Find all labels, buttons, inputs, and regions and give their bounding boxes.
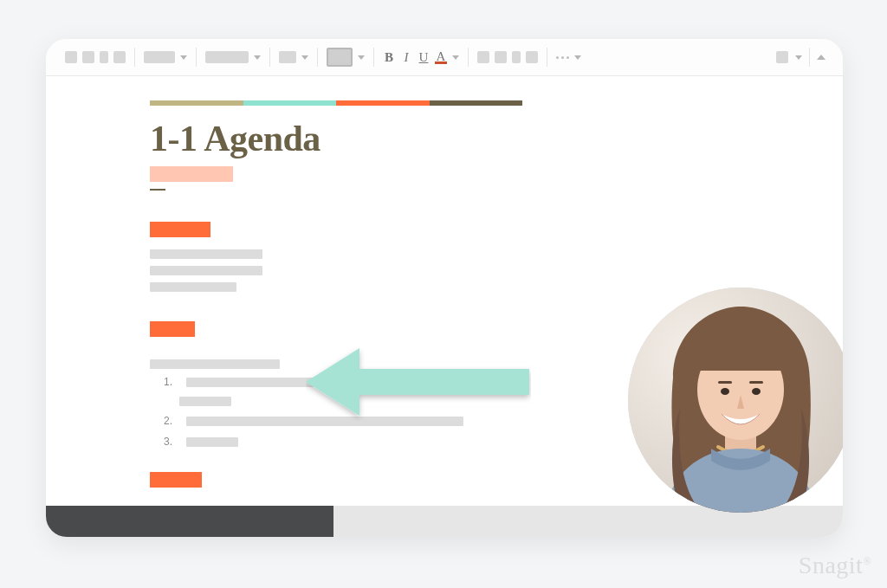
font-dropdown[interactable] [279, 51, 308, 63]
align-button[interactable] [495, 51, 507, 63]
text-placeholder [186, 417, 463, 426]
toolbar-separator [547, 48, 547, 67]
toolbar-group-more [551, 55, 586, 60]
toolbar-separator [373, 48, 374, 67]
toolbar-group-highlight [321, 48, 370, 67]
bold-button[interactable]: B [383, 50, 395, 65]
text-placeholder [150, 249, 262, 259]
list-number: 2. [164, 415, 176, 427]
editor-window: B I U A [46, 39, 843, 537]
footer-band-dark [46, 506, 333, 537]
chevron-down-icon [301, 55, 308, 60]
text-placeholder [186, 378, 420, 387]
toolbar-separator [317, 48, 318, 67]
presenter-avatar [628, 288, 843, 513]
toolbar-separator [809, 48, 810, 67]
toolbar-separator [134, 48, 135, 67]
print-button[interactable] [100, 51, 108, 63]
subtitle-highlight [150, 166, 233, 182]
undo-button[interactable] [65, 51, 77, 63]
zoom-dropdown[interactable] [144, 51, 187, 63]
section-heading-highlight [150, 472, 202, 488]
text-placeholder [186, 437, 238, 447]
svg-point-4 [721, 388, 729, 395]
snagit-watermark: Snagit® [799, 552, 871, 579]
page-title: 1-1 Agenda [150, 118, 843, 159]
formatting-toolbar: B I U A [46, 39, 843, 76]
chevron-down-icon [358, 55, 365, 60]
toolbar-group-history [60, 51, 131, 63]
watermark-text: Snagit [799, 552, 864, 578]
toolbar-group-textformat: B I U A [378, 50, 464, 65]
chevron-down-icon [574, 55, 581, 60]
toolbar-separator [196, 48, 197, 67]
text-placeholder [179, 397, 231, 406]
paint-format-button[interactable] [113, 51, 126, 63]
align-button[interactable] [526, 51, 538, 63]
svg-rect-6 [718, 381, 732, 384]
toolbar-group-styles [200, 51, 266, 63]
redo-button[interactable] [82, 51, 94, 63]
stripe-segment [150, 100, 243, 106]
chevron-down-icon [795, 55, 802, 60]
underline-button[interactable]: U [418, 50, 430, 65]
chevron-down-icon [180, 55, 187, 60]
font-color-button[interactable]: A [435, 51, 447, 64]
footer-band-light [333, 506, 843, 537]
svg-rect-7 [749, 381, 763, 384]
chevron-down-icon [254, 55, 261, 60]
style-dropdown[interactable] [205, 51, 261, 63]
stripe-segment [243, 100, 337, 106]
italic-button[interactable]: I [400, 50, 412, 65]
stripe-segment [430, 100, 523, 106]
toolbar-group-zoom [139, 51, 192, 63]
header-color-stripe [150, 100, 522, 106]
text-placeholder [150, 359, 280, 369]
divider-dash [150, 189, 165, 191]
list-number: 3. [164, 436, 176, 448]
toolbar-separator [269, 48, 270, 67]
chevron-down-icon [452, 55, 459, 60]
toolbar-separator [468, 48, 469, 67]
svg-point-5 [752, 388, 761, 395]
text-placeholder [150, 282, 236, 292]
section-heading-highlight [150, 321, 195, 337]
align-button[interactable] [477, 51, 489, 63]
text-placeholder [150, 266, 262, 275]
list-number: 1. [164, 376, 176, 388]
collapse-toolbar-button[interactable] [817, 55, 825, 60]
toolbar-group-align [472, 51, 543, 63]
highlight-color-button[interactable] [327, 48, 353, 67]
stripe-segment [336, 100, 430, 106]
section-heading-highlight [150, 222, 210, 237]
toolbar-group-font [274, 51, 314, 63]
registered-symbol: ® [863, 555, 871, 567]
mode-button[interactable] [776, 51, 788, 63]
avatar-illustration [628, 288, 843, 513]
align-button[interactable] [512, 51, 521, 63]
toolbar-right-group [776, 48, 829, 67]
more-options-button[interactable] [556, 56, 569, 59]
